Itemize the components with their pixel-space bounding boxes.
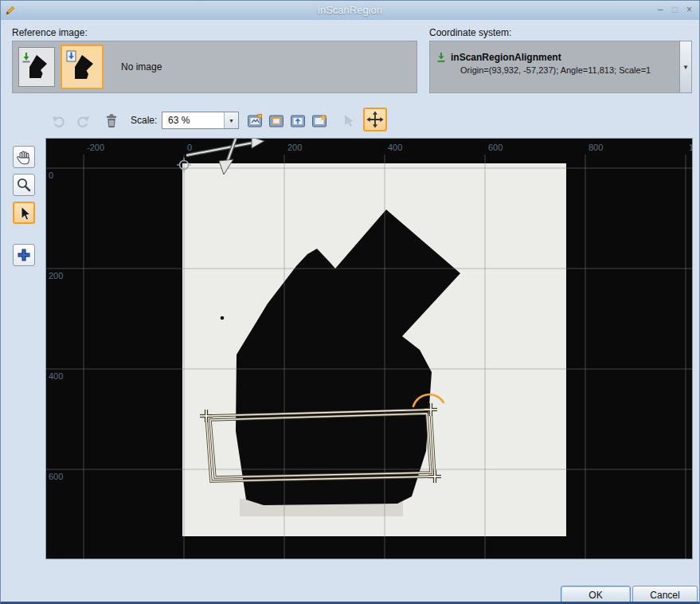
ruler-top-label: 600 bbox=[488, 143, 503, 152]
title-bar[interactable]: inScanRegion – □ × bbox=[1, 1, 699, 20]
move-arrows-icon bbox=[366, 111, 384, 128]
plus-cross-icon bbox=[15, 246, 33, 264]
ruler-left-label: 600 bbox=[49, 472, 63, 481]
actual-size-icon bbox=[289, 112, 307, 130]
coordinate-dropdown-button[interactable]: ▼ bbox=[679, 41, 691, 92]
canvas-viewport[interactable]: -200 0 200 400 600 800 1000 0 200 400 60… bbox=[46, 139, 692, 559]
zoom-tool-button[interactable] bbox=[13, 174, 35, 196]
canvas-area: -200 0 200 400 600 800 1000 0 200 400 60… bbox=[46, 139, 692, 559]
zoom-actual-size-button[interactable] bbox=[287, 111, 308, 131]
ruler-left-label: 200 bbox=[49, 271, 63, 280]
undo-button[interactable] bbox=[49, 111, 69, 131]
ruler-top-label: 0 bbox=[187, 143, 192, 152]
fit-region-icon bbox=[268, 112, 285, 130]
magnifier-icon bbox=[15, 176, 33, 194]
minimize-button[interactable]: – bbox=[658, 3, 663, 16]
add-region-tool-button[interactable] bbox=[13, 244, 35, 266]
ruler-left-label: 400 bbox=[49, 371, 63, 381]
scale-label: Scale: bbox=[131, 115, 157, 126]
reference-image-label: Reference image: bbox=[12, 27, 88, 38]
ruler-top-label: 200 bbox=[287, 143, 302, 152]
undo-icon bbox=[51, 113, 67, 129]
axis-x-arrowhead bbox=[252, 139, 264, 148]
redo-icon bbox=[75, 113, 91, 129]
ruler-top-label: 800 bbox=[589, 143, 603, 152]
zoom-selection-button[interactable] bbox=[309, 111, 330, 131]
pan-tool-button[interactable] bbox=[13, 146, 35, 168]
axis-x-arrow bbox=[186, 143, 253, 155]
redo-button[interactable] bbox=[72, 111, 93, 131]
ruler-top-label: -200 bbox=[87, 143, 104, 152]
fit-image-icon bbox=[246, 112, 264, 130]
coordinate-system-name: inScanRegionAlignment bbox=[451, 52, 651, 63]
no-image-text: No image bbox=[121, 61, 162, 73]
coordinate-system-panel: inScanRegionAlignment Origin=(93,932, -5… bbox=[429, 41, 692, 93]
ok-button[interactable]: OK bbox=[561, 586, 631, 604]
zoom-fit-region-button[interactable] bbox=[266, 111, 287, 131]
reference-thumb-load[interactable] bbox=[18, 47, 55, 87]
edit-nodes-icon bbox=[340, 112, 358, 130]
zoom-fit-image-button[interactable] bbox=[244, 111, 265, 131]
inscanregion-dialog: inScanRegion – □ × Reference image: bbox=[0, 0, 700, 604]
edit-nodes-tool-button bbox=[338, 111, 359, 131]
select-tool-button[interactable] bbox=[13, 202, 35, 224]
chevron-down-icon[interactable]: ▼ bbox=[224, 112, 238, 128]
coordinate-system-label: Coordinate system: bbox=[429, 27, 511, 38]
reference-image-panel: No image bbox=[12, 41, 417, 93]
coordinate-system-details: Origin=(93,932, -57,237); Angle=11,813; … bbox=[460, 65, 651, 75]
delete-region-button[interactable] bbox=[101, 111, 122, 131]
ruler-top-label: 1000 bbox=[689, 143, 692, 152]
cancel-button[interactable]: Cancel bbox=[632, 586, 698, 604]
load-image-icon bbox=[21, 50, 53, 84]
window-title: inScanRegion bbox=[1, 4, 699, 16]
reference-thumb-selected[interactable] bbox=[61, 45, 104, 89]
ruler-top-label: 400 bbox=[388, 143, 402, 152]
image-speck bbox=[221, 316, 225, 320]
zoom-selection-icon bbox=[311, 112, 328, 130]
scale-value: 63 % bbox=[162, 112, 224, 128]
close-button[interactable]: × bbox=[686, 3, 692, 16]
trash-icon bbox=[104, 113, 119, 129]
cursor-arrow-icon bbox=[15, 204, 33, 222]
current-image-icon bbox=[65, 49, 99, 84]
coordinate-system-item[interactable]: inScanRegionAlignment Origin=(93,932, -5… bbox=[436, 52, 651, 75]
scale-combobox[interactable]: 63 % ▼ bbox=[162, 112, 239, 129]
maximize-button: □ bbox=[672, 3, 678, 16]
alignment-download-icon bbox=[436, 52, 446, 66]
ruler-left-label: 0 bbox=[49, 171, 53, 180]
hand-icon bbox=[15, 148, 33, 166]
move-region-tool-button[interactable] bbox=[363, 108, 387, 131]
